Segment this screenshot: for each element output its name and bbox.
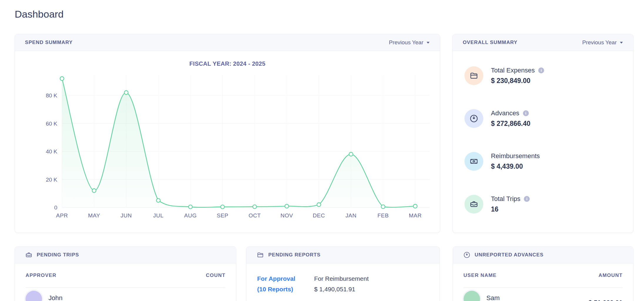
spend-summary-title: SPEND SUMMARY [25, 40, 73, 45]
overall-period-dropdown[interactable]: Previous Year [582, 39, 623, 46]
tab-sublabel: (10 Reports) [257, 284, 295, 295]
summary-item-reimbursements: Reimbursements $ 4,439.00 [464, 152, 633, 171]
avatar [464, 291, 480, 301]
info-icon[interactable] [538, 67, 544, 73]
chevron-down-icon [426, 41, 430, 44]
advance-row[interactable]: Sam $ 51,000.01 [453, 288, 633, 301]
summary-item-total-expenses: Total Expenses $ 230,849.00 [464, 66, 633, 85]
svg-text:MAY: MAY [88, 212, 100, 219]
pending-trips-title: PENDING TRIPS [37, 252, 79, 258]
overall-summary-header: OVERALL SUMMARY Previous Year [453, 34, 633, 51]
svg-text:AUG: AUG [184, 212, 197, 219]
briefcase-icon [25, 251, 33, 259]
approver-row[interactable]: John 1 [15, 288, 236, 301]
spend-period-label: Previous Year [389, 39, 423, 46]
summary-item-value: $ 230,849.00 [491, 77, 544, 85]
svg-text:MAR: MAR [409, 212, 422, 219]
svg-text:JUL: JUL [153, 212, 163, 219]
pending-trips-card: PENDING TRIPS APPROVER COUNT John 1 [15, 246, 236, 301]
user-name: Sam [487, 294, 500, 301]
svg-text:0: 0 [54, 204, 57, 211]
summary-item-advances: Advances $ 272,866.40 [464, 109, 633, 128]
svg-text:SEP: SEP [217, 212, 229, 219]
unreported-advances-card: UNREPORTED ADVANCES USER NAME AMOUNT Sam… [453, 246, 633, 301]
info-icon[interactable] [523, 110, 529, 116]
folder-icon [256, 251, 264, 259]
svg-text:40 K: 40 K [46, 148, 57, 155]
info-icon[interactable] [524, 196, 530, 202]
svg-text:NOV: NOV [281, 212, 293, 219]
svg-text:60 K: 60 K [46, 121, 57, 127]
pending-reports-title: PENDING REPORTS [268, 252, 321, 258]
chart-title: FISCAL YEAR: 2024 - 2025 [15, 60, 440, 67]
svg-text:JUN: JUN [120, 212, 132, 219]
spend-chart-area: FISCAL YEAR: 2024 - 2025 020 K40 K60 K80… [15, 51, 440, 233]
summary-item-value: $ 272,866.40 [491, 120, 530, 128]
spend-chart: 020 K40 K60 K80 KAPRMAYJUNJULAUGSEPOCTNO… [15, 51, 440, 233]
clock-arrow-icon [463, 251, 471, 259]
advance-amount: $ 51,000.01 [588, 299, 623, 301]
tab-label: For Reimbursement [314, 273, 369, 284]
pending-reports-header: PENDING REPORTS [246, 247, 439, 263]
summary-item-label: Reimbursements [491, 152, 540, 160]
overall-summary-title: OVERALL SUMMARY [463, 40, 517, 45]
summary-item-label: Total Expenses [491, 67, 535, 74]
summary-item-value: 16 [491, 205, 530, 213]
summary-item-value: $ 4,439.00 [491, 163, 540, 170]
column-approver: APPROVER [26, 273, 56, 278]
svg-text:FEB: FEB [378, 212, 389, 219]
svg-text:DEC: DEC [313, 212, 325, 219]
banknote-icon [464, 152, 483, 171]
tab-label: For Approval [257, 273, 295, 284]
summary-item-label: Total Trips [491, 195, 520, 203]
tab-for-approval[interactable]: For Approval (10 Reports) [257, 273, 295, 295]
overall-period-label: Previous Year [582, 39, 617, 46]
svg-text:20 K: 20 K [46, 177, 57, 183]
summary-item-total-trips: Total Trips 16 [464, 195, 633, 214]
column-count: COUNT [206, 273, 225, 278]
page-title: Dashboard [15, 8, 633, 21]
dashboard-page: Dashboard SPEND SUMMARY Previous Year FI… [0, 0, 644, 301]
spend-period-dropdown[interactable]: Previous Year [389, 39, 430, 46]
pending-reports-card: PENDING REPORTS For Approval (10 Reports… [246, 246, 440, 301]
column-user-name: USER NAME [464, 273, 497, 278]
avatar [26, 291, 42, 301]
approver-name: John [48, 294, 63, 301]
svg-text:OCT: OCT [249, 212, 261, 219]
svg-text:80 K: 80 K [46, 92, 57, 99]
tab-for-reimbursement[interactable]: For Reimbursement $ 1,490,051.91 [314, 273, 369, 295]
briefcase-icon [464, 195, 483, 214]
svg-text:JAN: JAN [346, 212, 356, 219]
tab-sublabel: $ 1,490,051.91 [314, 284, 369, 295]
spend-summary-header: SPEND SUMMARY Previous Year [15, 34, 440, 51]
pending-trips-header: PENDING TRIPS [15, 247, 236, 263]
overall-summary-card: OVERALL SUMMARY Previous Year Total Expe… [452, 34, 633, 233]
unreported-advances-header: UNREPORTED ADVANCES [453, 247, 633, 263]
svg-text:APR: APR [56, 212, 68, 219]
spend-summary-card: SPEND SUMMARY Previous Year FISCAL YEAR:… [15, 34, 440, 233]
clock-arrow-icon [464, 109, 483, 128]
chevron-down-icon [620, 41, 623, 44]
column-amount: AMOUNT [598, 273, 623, 278]
summary-item-label: Advances [491, 109, 519, 117]
folder-icon [464, 66, 483, 85]
unreported-advances-title: UNREPORTED ADVANCES [475, 252, 544, 258]
